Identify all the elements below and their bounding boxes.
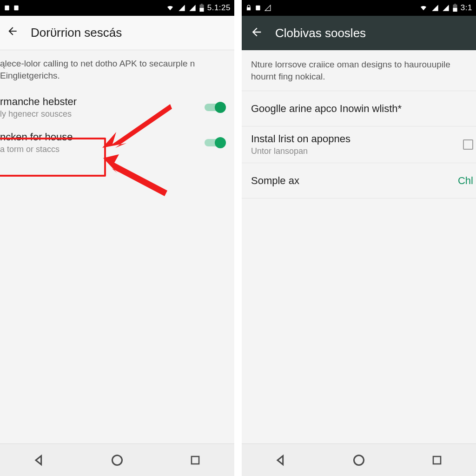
nav-back-button[interactable] <box>31 452 47 468</box>
lock-icon <box>245 5 252 11</box>
wifi-icon <box>165 4 175 12</box>
svg-rect-8 <box>192 456 199 464</box>
signal-icon <box>189 4 196 12</box>
setting-subtitle: a torm or staccs <box>0 145 73 154</box>
notification-icon <box>255 5 261 11</box>
svg-rect-1 <box>14 6 18 11</box>
svg-rect-11 <box>454 4 456 5</box>
annotation-arrow-icon <box>103 154 168 198</box>
page-title: Clobivas soosles <box>275 26 366 40</box>
signal-icon <box>178 4 186 12</box>
nav-recent-button[interactable] <box>187 452 203 468</box>
battery-icon <box>199 4 205 12</box>
svg-rect-4 <box>199 8 204 12</box>
setting-row[interactable]: Googlle arine apco Inowin wlisth* <box>242 91 476 126</box>
svg-point-7 <box>112 455 122 465</box>
back-button[interactable] <box>250 26 263 40</box>
setting-row[interactable]: ncken for house a torm or staccs <box>0 125 234 160</box>
content-area: Nture lorrsove craiice oman designs to h… <box>242 50 476 198</box>
svg-rect-3 <box>201 4 203 5</box>
signal-empty-icon <box>264 5 271 11</box>
setting-row[interactable]: rmanche hebster ly hgenecr sousces <box>0 90 234 125</box>
svg-marker-6 <box>103 154 167 196</box>
setting-title: Googlle arine apco Inowin wlisth* <box>251 103 402 115</box>
description-text: Nture lorrsove craiice oman designs to h… <box>242 50 476 91</box>
wifi-icon <box>419 4 428 12</box>
notification-icon <box>13 5 20 11</box>
svg-rect-9 <box>256 6 260 11</box>
status-time: 3:1 <box>461 3 472 13</box>
description-text: ąlece-lolor calling to net dotho APK to … <box>0 50 234 90</box>
battery-icon <box>452 4 458 12</box>
setting-value: Chl <box>458 175 473 187</box>
status-bar: 3:1 <box>242 0 476 16</box>
toggle-switch[interactable] <box>205 137 226 148</box>
signal-icon <box>442 4 450 12</box>
svg-rect-0 <box>5 6 9 11</box>
setting-row[interactable]: Somple ax Chl <box>242 163 476 198</box>
nav-home-button[interactable] <box>109 452 125 468</box>
status-time: 5.1:25 <box>207 3 231 13</box>
notification-icon <box>4 5 10 11</box>
setting-title: ncken for house <box>0 131 73 143</box>
page-title: Dorϋrrion sescás <box>31 26 122 40</box>
svg-rect-12 <box>453 8 457 12</box>
nav-recent-button[interactable] <box>429 452 445 468</box>
content-area: ąlece-lolor calling to net dotho APK to … <box>0 50 234 160</box>
nav-home-button[interactable] <box>351 452 367 468</box>
nav-back-button[interactable] <box>273 452 289 468</box>
navigation-bar <box>242 443 476 476</box>
app-bar: Clobivas soosles <box>242 16 476 50</box>
setting-title: Somple ax <box>251 175 299 187</box>
screenshot-divider <box>234 0 242 476</box>
toggle-switch[interactable] <box>205 102 226 113</box>
svg-rect-14 <box>433 456 441 464</box>
setting-title: Instal lrist on apopnes <box>251 133 350 145</box>
navigation-bar <box>0 443 234 476</box>
setting-subtitle: Untor lansopan <box>251 146 350 156</box>
phone-left: 5.1:25 Dorϋrrion sescás ąlece-lolor call… <box>0 0 234 476</box>
back-button[interactable] <box>7 25 20 40</box>
setting-title: rmanche hebster <box>0 96 77 108</box>
signal-icon <box>431 4 439 12</box>
checkbox[interactable] <box>463 139 473 150</box>
app-bar: Dorϋrrion sescás <box>0 16 234 50</box>
phone-right: 3:1 Clobivas soosles Nture lorrsove crai… <box>242 0 476 476</box>
status-bar: 5.1:25 <box>0 0 234 16</box>
setting-row[interactable]: Instal lrist on apopnes Untor lansopan <box>242 126 476 163</box>
setting-subtitle: ly hgenecr sousces <box>0 109 77 119</box>
svg-point-13 <box>354 455 364 465</box>
